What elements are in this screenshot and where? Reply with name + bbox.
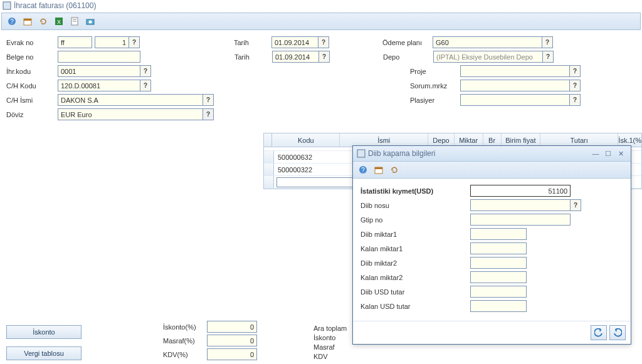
svg-text:?: ? xyxy=(361,167,365,174)
belge-no-input[interactable] xyxy=(58,51,140,63)
evrak-no-a-input[interactable] xyxy=(58,36,92,48)
odeme-label: Ödeme planı xyxy=(382,39,433,46)
dialog-title-text: Diib kapama bilgileri xyxy=(368,149,589,158)
tarih1-lookup[interactable] xyxy=(318,36,329,48)
document-icon[interactable] xyxy=(68,15,82,28)
ch-ismi-input[interactable] xyxy=(58,94,203,106)
close-icon[interactable]: ✕ xyxy=(614,148,627,159)
col-depo[interactable]: Depo xyxy=(428,133,455,147)
evrak-no-label: Evrak no xyxy=(6,39,58,46)
svg-rect-12 xyxy=(357,150,365,157)
calendar-icon[interactable] xyxy=(21,15,34,28)
dlg-calendar-icon[interactable] xyxy=(372,164,386,176)
ch-ismi-lookup[interactable] xyxy=(203,94,214,106)
ch-kodu-input[interactable] xyxy=(58,80,140,91)
col-ismi[interactable]: İsmi xyxy=(340,133,428,147)
dialog-icon xyxy=(357,149,366,158)
app-icon xyxy=(3,1,11,10)
svg-rect-16 xyxy=(375,167,382,169)
cell-kodu: 500000322 xyxy=(274,164,355,175)
col-birimfiyat[interactable]: Birim fiyat xyxy=(502,133,540,147)
proje-lookup[interactable] xyxy=(569,65,581,77)
kalan-usd-tutar-input[interactable] xyxy=(470,300,527,312)
ihr-kodu-lookup[interactable] xyxy=(140,65,151,77)
maximize-icon[interactable]: ☐ xyxy=(602,148,614,159)
iskonto-button[interactable]: İskonto xyxy=(6,325,82,339)
col-kodu[interactable]: Kodu xyxy=(272,133,340,147)
dialog-title-bar[interactable]: Diib kapama bilgileri — ☐ ✕ xyxy=(353,146,631,162)
iskonto-pct-label: İskonto(%) xyxy=(163,323,207,331)
plasiyer-input[interactable] xyxy=(460,94,570,106)
col-isk1[interactable]: İsk.1(% xyxy=(618,133,641,147)
kalan-miktar1-label: Kalan miktar1 xyxy=(360,245,470,252)
tarih1-label: Tarih xyxy=(234,39,271,46)
tarih1-input[interactable] xyxy=(271,36,318,48)
kalan-usd-tutar-label: Kalan USD tutar xyxy=(360,303,470,310)
kalan-miktar2-input[interactable] xyxy=(470,271,527,283)
prev-record-button[interactable] xyxy=(591,325,607,340)
svg-point-11 xyxy=(89,21,92,24)
col-tutar[interactable]: Tutarı xyxy=(540,133,618,147)
diib-nosu-lookup[interactable] xyxy=(570,199,581,211)
dlg-refresh-icon[interactable] xyxy=(387,164,401,176)
dialog-body: İstatistiki kıymet(USD) Diib nosu Gtip n… xyxy=(353,179,631,321)
tarih2-input[interactable] xyxy=(272,51,319,63)
plasiyer-label: Plasiyer xyxy=(410,96,460,104)
masraf-pct-input[interactable] xyxy=(207,335,257,346)
window-title-bar: İhracat faturası (061100) xyxy=(0,0,642,11)
evrak-no-lookup[interactable] xyxy=(129,36,140,48)
svg-text:?: ? xyxy=(10,18,14,25)
belge-no-label: Belge no xyxy=(6,53,58,61)
istatistiki-label: İstatistiki kıymet(USD) xyxy=(360,187,470,195)
col-br[interactable]: Br xyxy=(483,133,502,147)
sorum-lookup[interactable] xyxy=(569,80,581,91)
iskonto-pct-input[interactable] xyxy=(207,321,257,333)
vergi-tablosu-button[interactable]: Vergi tablosu xyxy=(6,346,82,360)
odeme-input[interactable] xyxy=(433,36,542,48)
minimize-icon[interactable]: — xyxy=(589,148,602,159)
diib-miktar1-input[interactable] xyxy=(470,228,527,240)
gtip-no-input[interactable] xyxy=(470,214,571,226)
doviz-input[interactable] xyxy=(58,108,203,120)
next-record-button[interactable] xyxy=(609,325,626,340)
diib-nosu-input[interactable] xyxy=(470,199,571,211)
proje-input[interactable] xyxy=(460,65,570,77)
help-icon[interactable]: ? xyxy=(5,15,19,28)
diib-miktar1-label: Diib miktar1 xyxy=(360,231,470,238)
ihr-kodu-input[interactable] xyxy=(58,65,140,77)
depo-label: Depo xyxy=(383,53,433,61)
edit-cell[interactable] xyxy=(276,177,354,187)
masraf-pct-label: Masraf(%) xyxy=(163,337,207,345)
camera-icon[interactable] xyxy=(83,15,97,28)
doviz-label: Döviz xyxy=(6,111,58,118)
ch-kodu-lookup[interactable] xyxy=(140,80,151,91)
main-toolbar: ? X xyxy=(1,13,641,30)
diib-kapama-dialog: Diib kapama bilgileri — ☐ ✕ ? İstatistik… xyxy=(352,145,631,345)
evrak-no-b-input[interactable] xyxy=(95,36,129,48)
ch-kodu-label: C/H Kodu xyxy=(6,82,58,90)
depo-input[interactable] xyxy=(433,51,543,63)
grid-corner xyxy=(264,133,272,147)
diib-usd-tutar-input[interactable] xyxy=(470,286,527,298)
iskonto-sum-label: İskonto xyxy=(313,334,347,341)
istatistiki-input[interactable] xyxy=(470,185,571,197)
svg-rect-4 xyxy=(24,19,31,21)
diib-nosu-label: Diib nosu xyxy=(360,202,470,209)
tarih2-lookup[interactable] xyxy=(318,51,330,63)
depo-lookup[interactable] xyxy=(542,51,554,63)
doviz-dropdown[interactable] xyxy=(203,108,214,120)
plasiyer-lookup[interactable] xyxy=(569,94,581,106)
excel-icon[interactable]: X xyxy=(52,15,66,28)
sorum-input[interactable] xyxy=(460,80,570,91)
kalan-miktar1-input[interactable] xyxy=(470,242,527,254)
svg-rect-0 xyxy=(3,2,11,9)
kdv-pct-input[interactable] xyxy=(207,348,257,360)
dlg-help-icon[interactable]: ? xyxy=(356,164,370,176)
diib-miktar2-input[interactable] xyxy=(470,257,527,269)
ch-ismi-label: C/H İsmi xyxy=(6,96,58,104)
odeme-lookup[interactable] xyxy=(542,36,553,48)
col-miktar[interactable]: Miktar xyxy=(455,133,483,147)
ihr-kodu-label: İhr.kodu xyxy=(6,68,58,75)
tarih2-label: Tarih xyxy=(234,53,272,61)
refresh-icon[interactable] xyxy=(36,15,50,28)
